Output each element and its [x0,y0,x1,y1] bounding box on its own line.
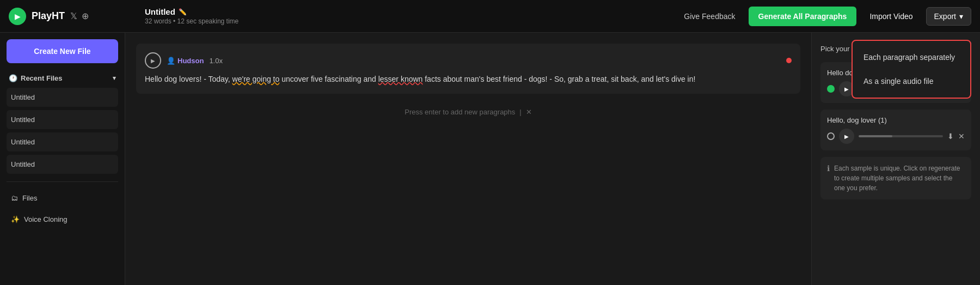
version-2-download-icon[interactable]: ⬇ [947,132,954,141]
highlighted-text-1: we're going to [232,75,280,83]
version-2-controls: ▶ ⬇ ✕ [827,129,965,144]
header-right: Give Feedback Generate All Paragraphs Im… [677,7,971,26]
version-2-title: Hello, dog lover (1) [827,116,965,124]
generate-all-button[interactable]: Generate All Paragraphs [749,7,857,26]
info-text: Each sample is unique. Click on regenera… [834,163,965,193]
version-2-progress-bar [859,135,943,137]
voice-cloning-icon: ✨ [11,215,20,223]
discord-icon[interactable]: ⊕ [82,11,89,21]
doc-title: Untitled [145,7,175,16]
clock-icon: 🕐 [9,74,17,82]
twitter-icon[interactable]: 𝕏 [70,11,77,21]
export-label: Export [934,12,956,21]
version-1-radio[interactable] [827,85,835,93]
sidebar-file-item[interactable]: Untitled [7,155,118,174]
version-2-radio[interactable] [827,132,835,140]
highlighted-text-2: lesser known [378,75,423,83]
folder-icon: 🗂 [11,194,18,202]
create-new-file-button[interactable]: Create New File [7,39,118,63]
export-single-audio[interactable]: As a single audio file [853,69,970,93]
logo-icon: ▶ [9,8,26,25]
export-each-paragraph[interactable]: Each paragraph separately [853,45,970,69]
info-icon: ℹ [827,164,830,173]
voice-user-icon: 👤 [167,57,175,65]
version-2-close-icon[interactable]: ✕ [958,132,965,141]
voice-name: Hudson [177,57,204,65]
doc-title-row: Untitled ✏️ [145,7,677,16]
editor-area: ▶ 👤 Hudson 1.0x Hello dog lovers! - Toda… [125,33,811,285]
sidebar-file-item[interactable]: Untitled [7,132,118,151]
header-center: Untitled ✏️ 32 words • 12 sec speaking t… [134,7,677,25]
record-indicator [786,58,792,63]
sidebar-item-voice-cloning[interactable]: ✨ Voice Cloning [7,210,118,229]
files-label: Files [22,194,37,202]
import-video-button[interactable]: Import Video [863,8,919,25]
export-dropdown: Each paragraph separately As a single au… [852,40,971,99]
recent-files-header[interactable]: 🕐 Recent Files ▾ [7,71,118,86]
add-paragraph-text: Press enter to add new paragraphs [405,108,515,116]
sidebar: Create New File 🕐 Recent Files ▾ Untitle… [0,33,125,285]
sidebar-file-item[interactable]: Untitled [7,110,118,129]
voice-label: 👤 Hudson [167,57,204,65]
logo-area: ▶ PlayHT 𝕏 ⊕ [9,8,134,25]
separator: | [519,108,521,116]
version-item-2: Hello, dog lover (1) ▶ ⬇ ✕ [820,110,971,150]
feedback-button[interactable]: Give Feedback [677,8,742,25]
play-button[interactable]: ▶ [145,52,161,69]
version-2-progress-fill [859,135,892,137]
paragraph-text[interactable]: Hello dog lovers! - Today, we're going t… [145,73,792,85]
sidebar-file-item[interactable]: Untitled [7,88,118,107]
header: ▶ PlayHT 𝕏 ⊕ Untitled ✏️ 32 words • 12 s… [0,0,980,33]
paragraph-header: ▶ 👤 Hudson 1.0x [145,52,792,69]
sidebar-item-files[interactable]: 🗂 Files [7,189,118,208]
logo-text: PlayHT [32,10,65,22]
main-layout: Create New File 🕐 Recent Files ▾ Untitle… [0,33,980,285]
sidebar-divider [7,181,118,182]
export-container: Export ▾ Each paragraph separately As a … [926,7,971,26]
info-box: ℹ Each sample is unique. Click on regene… [820,157,971,199]
version-2-play-button[interactable]: ▶ [839,129,854,144]
export-button[interactable]: Export ▾ [926,7,971,26]
add-paragraph-hint: Press enter to add new paragraphs | ✕ [136,100,800,124]
doc-meta: 32 words • 12 sec speaking time [145,17,677,25]
edit-icon[interactable]: ✏️ [179,8,187,16]
chevron-down-icon: ▾ [113,75,116,82]
close-hint-icon[interactable]: ✕ [526,108,532,116]
recent-files-label: Recent Files [21,74,63,82]
social-icons: 𝕏 ⊕ [70,11,89,21]
paragraph-block: ▶ 👤 Hudson 1.0x Hello dog lovers! - Toda… [136,44,800,94]
speed-label: 1.0x [209,57,223,65]
chevron-down-icon: ▾ [959,12,963,21]
voice-cloning-label: Voice Cloning [24,215,68,223]
